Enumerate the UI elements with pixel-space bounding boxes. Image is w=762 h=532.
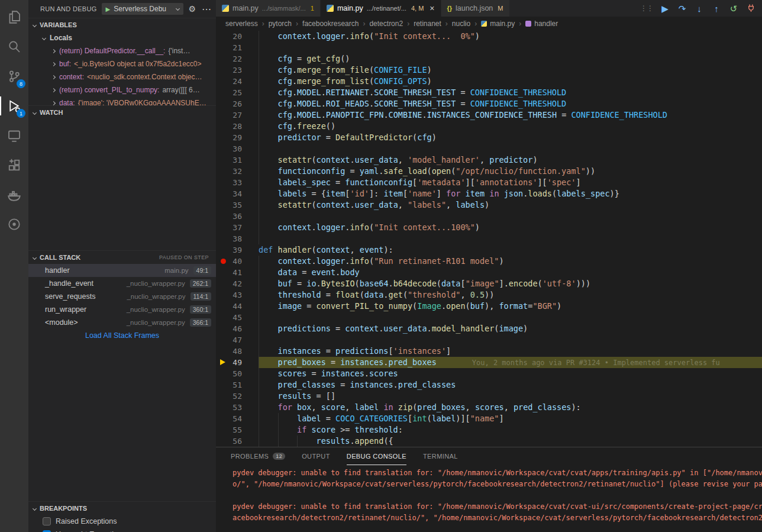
editor-gutter[interactable]: 54 — [216, 413, 259, 424]
code-line[interactable]: 32 functionconfig = yaml.safe_load(open(… — [216, 166, 762, 177]
editor-gutter[interactable]: 30 — [216, 143, 259, 154]
disconnect-button[interactable] — [745, 4, 756, 14]
code-line[interactable]: 33 labels_spec = functionconfig['metadat… — [216, 177, 762, 188]
panel-tab-debug-console[interactable]: DEBUG CONSOLE — [347, 447, 406, 465]
breakpoint-row[interactable]: ✓Uncaught Exceptions — [28, 528, 216, 532]
breadcrumb[interactable]: serverless›pytorch›facebookresearch›dete… — [216, 17, 762, 31]
editor-gutter[interactable]: 24 — [216, 76, 259, 87]
editor-tab[interactable]: main.py.../retinanet/...4, M× — [321, 0, 441, 17]
activity-item-extensions[interactable] — [0, 150, 28, 180]
breakpoint-row[interactable]: Raised Exceptions — [28, 515, 216, 528]
editor-gutter[interactable]: 55 — [216, 424, 259, 436]
editor-gutter[interactable]: 51 — [216, 379, 259, 391]
code-line[interactable]: 37 context.logger.info("Init context...1… — [216, 222, 762, 233]
editor-gutter[interactable]: 21 — [216, 42, 259, 53]
breadcrumb-item[interactable]: facebookresearch — [302, 20, 359, 28]
code-line[interactable]: 54 label = COCO_CATEGORIES[int(label)]["… — [216, 413, 762, 424]
stack-frame-row[interactable]: _handle_event_nuclio_wrapper.py262:1 — [28, 277, 216, 290]
editor-gutter[interactable]: 46 — [216, 323, 259, 334]
continue-button[interactable]: ▶ — [660, 4, 670, 13]
debug-console-output[interactable]: pydev debugger: unable to find translati… — [216, 465, 762, 532]
stack-frame-row[interactable]: handlermain.py49:1 — [28, 264, 216, 277]
editor-tab[interactable]: main.py.../siammask/...1 — [216, 0, 321, 17]
code-line[interactable]: 49 pred_boxes = instances.pred_boxesYou,… — [216, 357, 762, 368]
code-line[interactable]: 34 labels = {item['id']: item['name'] fo… — [216, 188, 762, 199]
code-line[interactable]: 38 — [216, 233, 762, 244]
breadcrumb-item[interactable]: retinanet — [414, 20, 441, 28]
panel-tab-problems[interactable]: PROBLEMS12 — [231, 447, 285, 465]
code-line[interactable]: 46 predictions = context.user_data.model… — [216, 323, 762, 334]
editor-gutter[interactable]: 34 — [216, 188, 259, 199]
editor-gutter[interactable]: 35 — [216, 199, 259, 211]
checkbox[interactable] — [43, 517, 51, 525]
editor-gutter[interactable]: 43 — [216, 289, 259, 301]
activity-item-explorer[interactable] — [0, 2, 28, 32]
code-line[interactable]: 43 threshold = float(data.get("threshold… — [216, 289, 762, 301]
breadcrumb-item[interactable]: serverless — [225, 20, 258, 28]
editor-gutter[interactable]: 45 — [216, 312, 259, 323]
code-line[interactable]: 22 cfg = get_cfg() — [216, 53, 762, 65]
editor-gutter[interactable]: 33 — [216, 177, 259, 188]
code-line[interactable]: 25 cfg.MODEL.RETINANET.SCORE_THRESH_TEST… — [216, 87, 762, 98]
editor-gutter[interactable]: 26 — [216, 98, 259, 109]
editor-gutter[interactable]: 49 — [216, 357, 259, 368]
start-debugging-icon[interactable]: ▶ — [106, 6, 111, 12]
code-line[interactable]: 29 predictor = DefaultPredictor(cfg) — [216, 132, 762, 143]
code-line[interactable]: 31 setattr(context.user_data, 'model_han… — [216, 154, 762, 166]
editor-gutter[interactable]: 28 — [216, 121, 259, 132]
code-line[interactable]: 20 context.logger.info("Init context... … — [216, 31, 762, 42]
code-line[interactable]: 50 scores = instances.scores — [216, 368, 762, 379]
editor-tab[interactable]: {}launch.jsonM — [441, 0, 510, 17]
restart-button[interactable]: ↺ — [728, 4, 739, 13]
stack-frame-row[interactable]: <module>_nuclio_wrapper.py366:1 — [28, 316, 216, 329]
editor-gutter[interactable]: 25 — [216, 87, 259, 98]
activity-item-docker[interactable] — [0, 180, 28, 209]
editor-gutter[interactable]: 56 — [216, 436, 259, 447]
editor-gutter[interactable]: 27 — [216, 109, 259, 121]
editor-gutter[interactable]: 23 — [216, 65, 259, 76]
stack-frame-row[interactable]: serve_requests_nuclio_wrapper.py114:1 — [28, 290, 216, 303]
editor-gutter[interactable]: 20 — [216, 31, 259, 42]
load-all-stack-frames-link[interactable]: Load All Stack Frames — [28, 329, 216, 342]
editor-gutter[interactable]: 44 — [216, 301, 259, 312]
breadcrumb-item[interactable]: handler — [525, 20, 558, 28]
panel-tab-terminal[interactable]: TERMINAL — [423, 447, 458, 465]
editor-gutter[interactable]: 42 — [216, 278, 259, 289]
breadcrumb-item[interactable]: pytorch — [269, 20, 292, 28]
editor-gutter[interactable]: 47 — [216, 334, 259, 346]
editor-gutter[interactable]: 36 — [216, 211, 259, 222]
editor-gutter[interactable]: 53 — [216, 402, 259, 413]
editor-gutter[interactable]: 37 — [216, 222, 259, 233]
code-line[interactable]: 27 cfg.MODEL.PANOPTIC_FPN.COMBINE.INSTAN… — [216, 109, 762, 121]
variables-section-header[interactable]: VARIABLES — [28, 18, 216, 31]
editor-gutter[interactable]: 38 — [216, 233, 259, 244]
code-line[interactable]: 44 image = convert_PIL_to_numpy(Image.op… — [216, 301, 762, 312]
close-icon[interactable]: × — [430, 4, 434, 13]
editor-gutter[interactable]: 40 — [216, 256, 259, 267]
stack-frame-row[interactable]: run_wrapper_nuclio_wrapper.py360:1 — [28, 303, 216, 316]
editor-gutter[interactable]: 22 — [216, 53, 259, 65]
variable-row[interactable]: (return) convert_PIL_to_numpy:array([[[ … — [28, 83, 216, 96]
code-line[interactable]: 47 — [216, 334, 762, 346]
code-line[interactable]: 39def handler(context, event): — [216, 244, 762, 256]
code-line[interactable]: 56 results.append({ — [216, 436, 762, 447]
code-editor[interactable]: 20 context.logger.info("Init context... … — [216, 31, 762, 447]
watch-section-header[interactable]: WATCH — [28, 106, 216, 119]
debug-config-dropdown[interactable]: ▶ Serverless Debu — [102, 3, 184, 15]
activity-item-source-control[interactable]: 8 — [0, 62, 28, 91]
breadcrumb-item[interactable]: detectron2 — [369, 20, 403, 28]
editor-gutter[interactable]: 48 — [216, 346, 259, 357]
variable-row[interactable]: buf:<_io.BytesIO object at 0x7f5a2dc1ecc… — [28, 57, 216, 70]
code-line[interactable]: 36 — [216, 211, 762, 222]
code-line[interactable]: 55 if score >= threshold: — [216, 424, 762, 436]
editor-gutter[interactable]: 39 — [216, 244, 259, 256]
editor-gutter[interactable]: 41 — [216, 267, 259, 278]
code-line[interactable]: 53 for box, score, label in zip(pred_box… — [216, 402, 762, 413]
variable-row[interactable]: (return) DefaultPredictor.__call__:{'ins… — [28, 44, 216, 57]
breakpoint-icon[interactable] — [221, 259, 226, 264]
activity-item-remote-explorer[interactable] — [0, 121, 28, 150]
code-line[interactable]: 52 results = [] — [216, 391, 762, 402]
code-line[interactable]: 35 setattr(context.user_data, "labels", … — [216, 199, 762, 211]
step-over-button[interactable]: ↷ — [677, 4, 687, 13]
drag-grip-icon[interactable]: ⋮⋮ — [640, 4, 653, 12]
